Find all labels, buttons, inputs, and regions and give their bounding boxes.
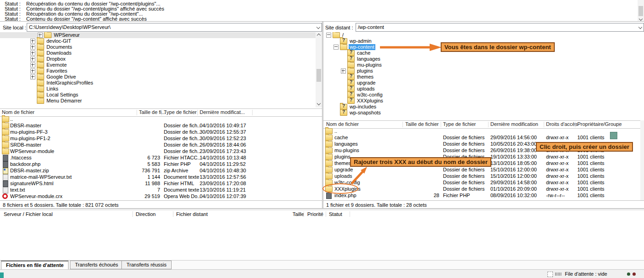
file-modified: 29/09/2016 14:56:00: [490, 134, 537, 141]
column-header-name[interactable]: Nom de fichier: [2, 109, 34, 116]
tree-item-wp-snapshots[interactable]: wp-snapshots: [323, 110, 640, 116]
file-row[interactable]: text.txt7Document texte13/10/2016 11:19:…: [0, 187, 322, 193]
tree-item-favorites[interactable]: Favorites: [0, 68, 316, 74]
file-row[interactable]: cacheDossier de fichiers29/09/2016 14:56…: [323, 134, 644, 141]
expander-icon[interactable]: [30, 62, 35, 68]
tree-item-google-drive[interactable]: Google Drive: [0, 74, 316, 80]
local-path-combobox[interactable]: C:\Users\dewy\Desktop\WPServeur\: [27, 23, 322, 32]
file-row[interactable]: DBSR-masterDossier de fich...04/10/2016 …: [0, 122, 322, 129]
column-header-direction[interactable]: Direction: [136, 211, 155, 218]
tree-item-languages[interactable]: languages: [323, 56, 640, 62]
file-row[interactable]: .htaccess6 723Fichier HTACC...14/10/2016…: [0, 154, 322, 161]
column-header-owner[interactable]: Propriétaire/Groupe: [577, 121, 622, 128]
column-header-modified[interactable]: Dernière modificat...: [200, 109, 245, 116]
tree-item-dropbox[interactable]: Dropbox: [0, 56, 316, 62]
tree-item-mu-plugins[interactable]: mu-plugins: [323, 62, 640, 68]
tree-item-root[interactable]: /: [323, 32, 640, 38]
file-modified: 19/10/2016 13:33:00: [490, 153, 537, 160]
log-scrollbar-thumb[interactable]: [638, 6, 643, 16]
scroll-down-icon[interactable]: [317, 102, 321, 105]
chevron-down-icon[interactable]: [316, 25, 320, 29]
log-line: Statut :Contenu du dossier "/wp-content"…: [0, 17, 635, 22]
expander-icon[interactable]: [30, 51, 35, 56]
file-row[interactable]: ..: [0, 116, 322, 122]
tree-item-local-settings[interactable]: Local Settings: [0, 92, 316, 98]
tree-item-menu-demarrer[interactable]: Menu Démarrer: [0, 98, 316, 104]
annotation-rename-xxx: Rajouter trois XXX au début du nom de do…: [350, 157, 491, 167]
file-modified: 04/10/2016 10:49:17: [200, 122, 246, 129]
tree-item-upgrade[interactable]: upgrade: [323, 80, 640, 86]
file-row[interactable]: backdoor.php5 583Fichier PHP04/10/2016 1…: [0, 161, 322, 167]
tree-item-xxxplugins[interactable]: XXXplugins: [323, 98, 640, 104]
tree-item-wp-includes[interactable]: wp-includes: [323, 104, 640, 110]
remote-list-scrollbar[interactable]: [640, 120, 644, 200]
column-header-server-local[interactable]: Serveur / Fichier local: [4, 211, 52, 218]
column-header-remote-file[interactable]: Fichier distant: [176, 211, 207, 218]
file-row[interactable]: WPServeur-module.crx29 519Opera Web Do..…: [0, 193, 322, 199]
tab-failed-transfers[interactable]: Transferts échoués: [70, 261, 123, 269]
vertical-splitter[interactable]: [322, 22, 323, 208]
file-row[interactable]: mu-plugins-PF-3Dossier de fich...30/09/2…: [0, 129, 322, 135]
file-row-xxxplugins[interactable]: XXXpluginsDossier de fichiers01/10/2016 …: [323, 186, 644, 192]
message-log: Statut :Récupération du contenu du dossi…: [0, 0, 644, 22]
file-row[interactable]: mu-plugins-PF1-2Dossier de fich...30/09/…: [0, 135, 322, 142]
chevron-down-icon[interactable]: [638, 25, 642, 29]
queue-header[interactable]: Serveur / Fichier local Direction Fichie…: [0, 210, 644, 218]
tree-item-label: Favorites: [46, 68, 68, 74]
expander-icon[interactable]: [326, 33, 331, 38]
tree-item-label: uploads: [356, 86, 376, 92]
tree-item-plugins[interactable]: plugins: [323, 68, 640, 74]
tree-item-intelgraphicsprofiles[interactable]: IntelGraphicsProfiles: [0, 80, 316, 86]
column-header-type[interactable]: Type de fichier: [164, 109, 197, 116]
tree-item-w3tc-config[interactable]: w3tc-config: [323, 92, 640, 98]
file-row[interactable]: SRDB-masterDossier de fich...26/09/2016 …: [0, 142, 322, 148]
column-header-size[interactable]: Taille: [293, 211, 304, 218]
tree-item-uploads[interactable]: uploads: [323, 86, 640, 92]
expander-icon[interactable]: [30, 68, 35, 74]
tab-files-queued[interactable]: Fichiers en file d'attente: [1, 261, 69, 270]
scroll-up-icon[interactable]: [317, 34, 321, 37]
file-permissions: drwxr-xr-x: [546, 166, 569, 173]
tree-item-wpserveur[interactable]: WPServeur: [0, 32, 316, 38]
file-type: Dossier de fich...: [164, 142, 201, 148]
file-row[interactable]: signatureWPS.html11 988Fichier HTML23/09…: [0, 180, 322, 187]
local-tree-scrollbar-thumb[interactable]: [316, 69, 321, 82]
file-row[interactable]: DBSR-master.zip736 791zip Archive04/10/2…: [0, 167, 322, 174]
tree-item-label: languages: [356, 56, 381, 62]
file-modified: 29/09/2016 14:58:00: [490, 179, 537, 186]
column-header-priority[interactable]: Priorité: [307, 211, 323, 218]
expander-icon[interactable]: [30, 39, 35, 44]
file-row[interactable]: index.php28Fichier PHP08/09/2016 10:32:0…: [323, 192, 644, 199]
expander-icon[interactable]: [30, 57, 35, 62]
column-header-type[interactable]: Type de fichier: [443, 121, 476, 128]
tree-item-devloc-git[interactable]: devloc-GIT: [0, 38, 316, 44]
expander-icon[interactable]: [341, 68, 346, 74]
tree-item-themes[interactable]: themes: [323, 74, 640, 80]
local-tree-scrollbar[interactable]: [316, 32, 322, 108]
file-row[interactable]: ..: [323, 128, 644, 134]
remote-path-combobox[interactable]: /wp-content: [356, 23, 644, 32]
column-header-status[interactable]: Statut: [329, 211, 342, 218]
column-header-modified[interactable]: Dernière modification: [490, 121, 538, 128]
tree-item-links[interactable]: Links: [0, 86, 316, 92]
expander-icon[interactable]: [30, 74, 35, 79]
expander-icon[interactable]: [334, 45, 339, 50]
annotation-in-wp-content: Vous êtes dans le dossier wp-content: [441, 42, 555, 52]
column-header-name[interactable]: Nom de fichier: [326, 121, 359, 128]
tree-item-documents[interactable]: Documents: [0, 44, 316, 50]
log-scrollbar[interactable]: [638, 0, 644, 21]
column-header-permissions[interactable]: Droits d'accès: [546, 121, 578, 128]
file-row[interactable]: matrice-mail-WPServeur.txt1 144Document …: [0, 174, 322, 180]
tab-successful-transfers[interactable]: Transferts réussis: [121, 261, 172, 269]
tree-item-evernote[interactable]: Evernote: [0, 62, 316, 68]
tree-item-downloads[interactable]: Downloads: [0, 50, 316, 56]
log-message: Contenu du dossier "/wp-content" affiché…: [26, 17, 147, 22]
file-owner: 1001 clients: [577, 160, 604, 166]
column-header-size[interactable]: Taille de fichier: [405, 121, 439, 128]
expander-icon[interactable]: [30, 45, 35, 50]
scroll-down-icon[interactable]: [639, 17, 643, 21]
status-bar: File d'attente : vide: [0, 269, 644, 278]
file-row[interactable]: WPServeur-moduleDossier de fich...23/09/…: [0, 148, 322, 154]
file-name: WPServeur-module: [10, 148, 54, 154]
file-type: Dossier de fichiers: [443, 134, 484, 141]
